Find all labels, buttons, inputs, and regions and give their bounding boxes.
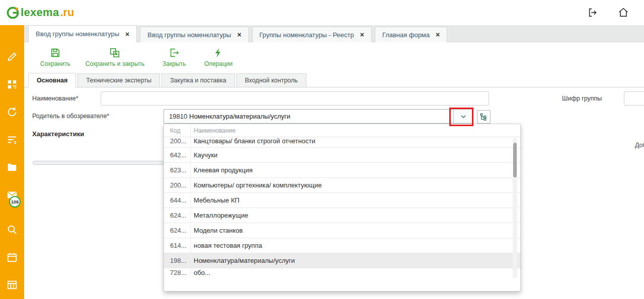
column-header-code: Код (164, 124, 191, 137)
characteristics-title: Характеристики (32, 130, 84, 138)
dropdown-row[interactable]: 623... Клеевая продукция (164, 163, 520, 178)
main-tabstrip: Ввод группы номенклатуры × Ввод группы н… (24, 25, 644, 42)
header-icons (588, 7, 629, 18)
row-name: Канцтовары/ бланки строгой отчетности (191, 137, 315, 148)
logo-tld: .ru (60, 6, 74, 19)
tab-glavnaya-forma[interactable]: Главная форма × (375, 27, 448, 42)
row-name: Мебельные КП (191, 196, 239, 204)
parent-name-value: Номенклатура/материалы/услуги (189, 113, 453, 120)
cipher-input[interactable] (624, 91, 644, 106)
tab-close-icon[interactable]: × (125, 31, 129, 38)
dropdown-scrollbar-thumb[interactable] (513, 143, 517, 177)
subtab-tech-experty[interactable]: Технические эксперты (77, 73, 160, 87)
save-close-label: Сохранить и закрыть (86, 60, 144, 67)
save-button[interactable]: Сохранить (40, 47, 70, 67)
logo-g-icon (6, 6, 20, 20)
parent-combobox[interactable]: 19810 Номенклатура/материалы/услуги (164, 109, 473, 124)
subtab-vhodnoy-kontrol[interactable]: Входной контроль (236, 73, 306, 87)
parent-code-value: 19810 (164, 113, 189, 120)
mail-badge: 109 (9, 196, 21, 208)
tree-view-button[interactable] (477, 110, 491, 124)
row-code: 200... (164, 178, 191, 192)
dropdown-row-selected[interactable]: 198... Номенклатура/материалы/услуги (164, 253, 520, 268)
qr-icon[interactable] (7, 79, 18, 90)
save-close-icon (109, 47, 120, 58)
dropdown-row[interactable]: 624... Модели станков (164, 223, 520, 238)
add-characteristic-button[interactable]: Добавить (635, 142, 644, 149)
row-code: 624... (164, 208, 191, 223)
save-close-button[interactable]: Сохранить и закрыть (86, 47, 144, 67)
row-code: 644... (164, 193, 191, 208)
tab-label: Главная форма (382, 31, 430, 39)
dropdown-row[interactable]: 642... Каучуки (164, 148, 520, 163)
folder-icon[interactable] (7, 162, 18, 173)
row-name: Номенклатура/материалы/услуги (191, 257, 295, 264)
logo-name: lexema (21, 6, 59, 19)
tab-close-icon[interactable]: × (360, 31, 364, 38)
switch-window-icon[interactable] (588, 7, 599, 18)
row-code: 728... (164, 268, 191, 277)
row-name: Компьютеры/ оргтехника/ комплектующие (191, 181, 321, 189)
app-header: lexema.ru (0, 0, 644, 25)
row-name: Металлорежущие (191, 212, 248, 219)
edit-icon[interactable] (7, 51, 18, 62)
calendar-icon[interactable] (7, 252, 18, 263)
tree-icon (479, 113, 488, 121)
row-name: Каучуки (191, 151, 217, 159)
row-code: 623... (164, 163, 191, 177)
row-name: Клеевая продукция (191, 166, 253, 174)
row-name: Модели станков (191, 227, 243, 234)
home-icon[interactable] (618, 7, 629, 18)
dropdown-row[interactable]: 624... Металлорежущие (164, 208, 520, 223)
tab-label: Ввод группы номенклатуры (147, 31, 231, 39)
save-label: Сохранить (40, 60, 70, 67)
parent-dropdown-list: Код Наименование 200... Канцтовары/ блан… (164, 124, 521, 291)
column-header-name: Наименование (191, 127, 235, 134)
table-icon[interactable] (7, 279, 18, 290)
tab-gruppy-reestr[interactable]: Группы номенклатуры - Реестр × (252, 27, 372, 42)
sidebar: 109 (0, 25, 24, 299)
subtab-zakupka[interactable]: Закупка и поставка (162, 73, 235, 87)
row-name: новая тестовая группа (191, 242, 262, 249)
dropdown-row[interactable]: 200... Компьютеры/ оргтехника/ комплекту… (164, 178, 520, 193)
list-icon[interactable] (7, 134, 18, 145)
close-form-button[interactable]: Закрыть (159, 47, 189, 67)
name-label: Наименование* (32, 95, 78, 102)
form-subtabs: Основная Технические эксперты Закупка и … (24, 72, 644, 87)
row-name: обо... (191, 269, 210, 276)
dropdown-row[interactable]: 614... новая тестовая группа (164, 238, 520, 253)
tab-label: Группы номенклатуры - Реестр (260, 31, 354, 39)
tab-close-icon[interactable]: × (237, 31, 241, 38)
operations-icon (213, 47, 224, 58)
logo[interactable]: lexema.ru (6, 6, 74, 20)
subtab-osnovnaya[interactable]: Основная (28, 73, 76, 87)
combo-dropdown-button[interactable] (453, 110, 472, 123)
row-code: 198... (164, 253, 191, 268)
tab-vvod-gruppy-1[interactable]: Ввод группы номенклатуры × (28, 25, 137, 42)
row-code: 200... (164, 137, 191, 148)
row-code: 624... (164, 223, 191, 238)
chevron-down-icon (460, 113, 467, 120)
tab-label: Ввод группы номенклатуры (36, 30, 119, 38)
dropdown-row[interactable]: 200... Канцтовары/ бланки строгой отчетн… (164, 137, 520, 148)
operations-label: Операции (204, 60, 232, 67)
parent-label: Родитель в обозревателе* (32, 113, 109, 120)
operations-button[interactable]: Операции (204, 47, 233, 67)
row-code: 614... (164, 238, 191, 253)
name-input[interactable] (101, 91, 489, 106)
cipher-label: Шифр группы (562, 95, 602, 102)
close-form-label: Закрыть (163, 60, 186, 67)
dropdown-scrollbar-track[interactable] (513, 138, 517, 278)
sync-icon[interactable] (7, 107, 18, 118)
tab-vvod-gruppy-2[interactable]: Ввод группы номенклатуры × (140, 27, 249, 42)
row-code: 642... (164, 148, 191, 162)
form-main: Наименование* Шифр группы Родитель в обо… (24, 88, 644, 299)
dropdown-header: Код Наименование (164, 124, 520, 137)
search-icon[interactable] (7, 224, 18, 235)
tab-close-icon[interactable]: × (436, 31, 440, 38)
mail-icon[interactable]: 109 (7, 189, 18, 201)
dropdown-row[interactable]: 644... Мебельные КП (164, 193, 520, 208)
toolbar: Сохранить Сохранить и закрыть Закрыть Оп… (24, 42, 644, 72)
dropdown-row[interactable]: 728... обо... (164, 268, 520, 277)
close-form-icon (169, 47, 180, 58)
